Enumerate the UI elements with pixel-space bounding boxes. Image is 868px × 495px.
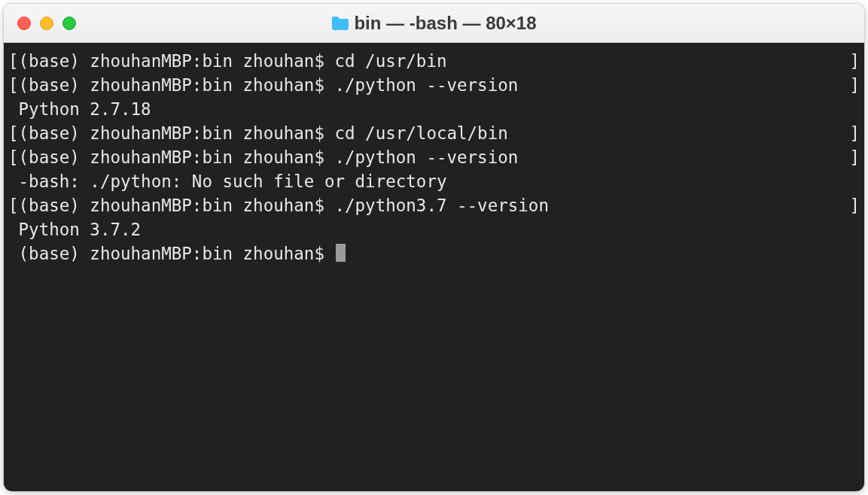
line-end-bracket: ]	[849, 73, 860, 97]
terminal-output-line: -bash: ./python: No such file or directo…	[8, 169, 860, 193]
prompt-and-command: [(base) zhouhanMBP:bin zhouhan$ ./python…	[8, 73, 518, 97]
titlebar[interactable]: bin — -bash — 80×18	[4, 4, 864, 43]
terminal-output-line: Python 3.7.2	[8, 217, 860, 241]
line-end-bracket: ]	[849, 121, 860, 145]
terminal-window: bin — -bash — 80×18 [(base) zhouhanMBP:b…	[3, 3, 865, 492]
window-title: bin — -bash — 80×18	[331, 13, 536, 34]
traffic-lights	[17, 17, 76, 30]
prompt-and-command: (base) zhouhanMBP:bin zhouhan$	[8, 241, 346, 266]
prompt-and-command: [(base) zhouhanMBP:bin zhouhan$ ./python…	[8, 145, 518, 169]
terminal-prompt-line: [(base) zhouhanMBP:bin zhouhan$ cd /usr/…	[8, 49, 860, 73]
folder-icon	[331, 17, 348, 30]
close-button[interactable]	[17, 17, 31, 30]
line-end-bracket: ]	[849, 145, 860, 169]
window-title-text: bin — -bash — 80×18	[354, 13, 536, 34]
minimize-button[interactable]	[40, 17, 53, 30]
line-end-bracket: ]	[849, 193, 860, 217]
prompt-and-command: [(base) zhouhanMBP:bin zhouhan$ cd /usr/…	[8, 121, 508, 145]
line-end-bracket: ]	[849, 49, 860, 73]
terminal-prompt-line: [(base) zhouhanMBP:bin zhouhan$ ./python…	[8, 193, 860, 217]
terminal-prompt-line: [(base) zhouhanMBP:bin zhouhan$ cd /usr/…	[8, 121, 860, 145]
maximize-button[interactable]	[62, 17, 76, 30]
terminal-prompt-line: [(base) zhouhanMBP:bin zhouhan$ ./python…	[8, 145, 860, 169]
prompt-and-command: [(base) zhouhanMBP:bin zhouhan$ cd /usr/…	[8, 49, 446, 73]
terminal-prompt-line: (base) zhouhanMBP:bin zhouhan$	[8, 241, 860, 266]
prompt-and-command: [(base) zhouhanMBP:bin zhouhan$ ./python…	[8, 193, 549, 217]
cursor	[336, 244, 346, 262]
terminal-prompt-line: [(base) zhouhanMBP:bin zhouhan$ ./python…	[8, 73, 860, 97]
terminal-output-line: Python 2.7.18	[8, 97, 860, 121]
terminal-output[interactable]: [(base) zhouhanMBP:bin zhouhan$ cd /usr/…	[4, 43, 864, 491]
